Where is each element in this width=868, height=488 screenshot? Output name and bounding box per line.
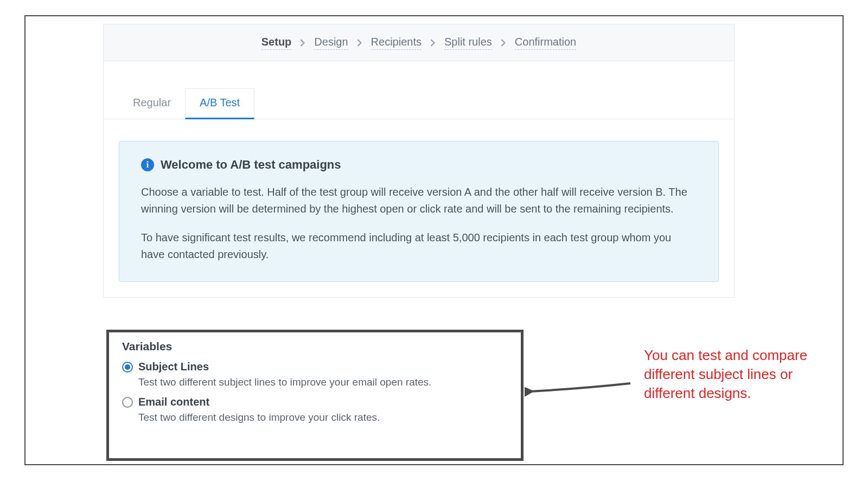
callout-body: Choose a variable to test. Half of the t…: [141, 184, 697, 263]
app-panel: Setup Design Recipients Split rules Conf…: [103, 24, 735, 298]
step-confirmation[interactable]: Confirmation: [515, 36, 576, 50]
annotation-text: You can test and compare different subje…: [644, 346, 818, 403]
callout-title: Welcome to A/B test campaigns: [161, 158, 341, 172]
variable-option-label: Subject Lines: [138, 361, 209, 373]
variables-heading: Variables: [122, 340, 508, 353]
radio-unselected-icon[interactable]: [122, 397, 133, 408]
step-split-rules[interactable]: Split rules: [444, 36, 492, 50]
annotation-arrow-icon: [525, 381, 633, 402]
step-recipients[interactable]: Recipients: [371, 36, 422, 50]
step-setup[interactable]: Setup: [261, 36, 292, 50]
wizard-steps: Setup Design Recipients Split rules Conf…: [104, 24, 734, 61]
chevron-right-icon: [300, 39, 305, 47]
variable-option-subject-lines[interactable]: Subject Lines Test two different subject…: [122, 361, 508, 388]
info-icon: i: [141, 158, 154, 171]
chevron-right-icon: [430, 39, 436, 47]
variable-option-email-content[interactable]: Email content Test two different designs…: [122, 396, 508, 423]
variable-option-description: Test two different designs to improve yo…: [138, 412, 508, 423]
info-callout: i Welcome to A/B test campaigns Choose a…: [119, 141, 719, 282]
tab-ab-test[interactable]: A/B Test: [185, 88, 254, 119]
variables-section-highlight: Variables Subject Lines Test two differe…: [106, 330, 524, 461]
variable-option-label: Email content: [138, 396, 209, 408]
tab-regular[interactable]: Regular: [119, 89, 185, 119]
chevron-right-icon: [357, 39, 362, 47]
screenshot-frame: Setup Design Recipients Split rules Conf…: [24, 15, 844, 465]
chevron-right-icon: [501, 39, 506, 47]
callout-paragraph: Choose a variable to test. Half of the t…: [141, 184, 697, 217]
radio-selected-icon[interactable]: [122, 362, 133, 373]
campaign-type-tabs: Regular A/B Test: [104, 61, 734, 119]
variable-option-description: Test two different subject lines to impr…: [138, 376, 508, 388]
step-design[interactable]: Design: [314, 36, 348, 50]
callout-paragraph: To have significant test results, we rec…: [141, 229, 697, 263]
